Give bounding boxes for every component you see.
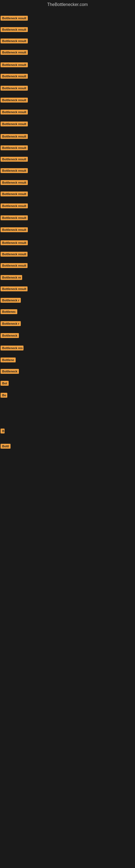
bottleneck-badge: Bottleneck result [1, 110, 28, 115]
bottleneck-item: B [1, 429, 5, 433]
bottleneck-item: Bottleneck result [1, 204, 28, 208]
bottleneck-item: Bottleneck result [1, 157, 28, 162]
bottleneck-item: Bottl [1, 444, 10, 448]
bottleneck-badge: Bottleneck result [1, 122, 28, 126]
bottleneck-badge: Bottleneck result [1, 27, 28, 32]
bottleneck-item: Bottleneck [1, 369, 19, 374]
bottleneck-badge: Bottleneck [1, 333, 19, 338]
bottleneck-badge: Bottlene [1, 358, 16, 362]
bottleneck-badge: Bo [1, 393, 7, 398]
bottleneck-badge: Bottleneck result [1, 74, 28, 79]
bottleneck-item: Bottleneck result [1, 134, 28, 139]
bottleneck-item: Bottleneck r [1, 321, 21, 326]
bottleneck-item: Bottleneck result [1, 98, 28, 102]
bottleneck-badge: Bottleneck result [1, 145, 28, 150]
bottleneck-item: Bottleneck result [1, 16, 28, 21]
bottleneck-badge: Bottleneck r [1, 298, 21, 303]
bottleneck-badge: Bot [1, 381, 9, 386]
bottleneck-badge: Bottleneck result [1, 157, 28, 162]
bottleneck-badge: Bottleneck result [1, 240, 28, 245]
bottleneck-item: Bottleneck result [1, 168, 28, 173]
bottleneck-item: Bottlene [1, 358, 16, 362]
bottleneck-badge: Bottl [1, 444, 10, 448]
bottleneck-item: Bottleneck result [1, 252, 28, 257]
bottleneck-item: Bottleneck result [1, 180, 28, 185]
bottleneck-item: Bo [1, 393, 7, 398]
bottleneck-badge: Bottleneck result [1, 252, 28, 257]
bottleneck-badge: Bottleneck res [1, 346, 24, 350]
bottleneck-badge: Bottleneck result [1, 204, 28, 208]
bottleneck-badge: Bottleneck result [1, 227, 28, 232]
bottleneck-item: Bottleneck r [1, 298, 21, 303]
bottleneck-badge: Bottleneck result [1, 98, 28, 102]
bottleneck-badge: B [1, 429, 5, 433]
bottleneck-badge: Bottleneck result [1, 16, 28, 21]
bottleneck-item: Bot [1, 381, 9, 386]
bottleneck-item: Bottleneck result [1, 145, 28, 150]
bottleneck-badge: Bottleneck result [1, 168, 28, 173]
bottleneck-item: Bottleneck result [1, 86, 28, 91]
bottleneck-badge: Bottleneck result [1, 38, 28, 43]
bottleneck-badge: Bottleneck result [1, 134, 28, 139]
bottleneck-badge: Bottleneck r [1, 321, 21, 326]
bottleneck-item: Bottleneck result [1, 27, 28, 32]
bottleneck-item: Bottleneck re [1, 275, 22, 280]
bottleneck-badge: Bottlenec [1, 309, 17, 314]
bottleneck-badge: Bottleneck result [1, 191, 28, 196]
bottleneck-item: Bottleneck res [1, 346, 24, 350]
bottleneck-item: Bottleneck result [1, 38, 28, 43]
bottleneck-item: Bottleneck result [1, 215, 28, 220]
bottleneck-badge: Bottleneck result [1, 263, 28, 268]
bottleneck-item: Bottleneck result [1, 240, 28, 245]
bottleneck-item: Bottleneck [1, 333, 19, 338]
bottleneck-badge: Bottleneck result [1, 86, 28, 91]
bottleneck-item: Bottleneck result [1, 286, 28, 291]
bottleneck-badge: Bottleneck result [1, 50, 28, 55]
bottleneck-item: Bottleneck result [1, 110, 28, 115]
bottleneck-item: Bottleneck result [1, 263, 28, 268]
bottleneck-item: Bottleneck result [1, 50, 28, 55]
site-title: TheBottlenecker.com [0, 0, 135, 8]
bottleneck-badge: Bottleneck [1, 369, 19, 374]
bottleneck-item: Bottleneck result [1, 74, 28, 79]
bottleneck-badge: Bottleneck result [1, 286, 28, 291]
bottleneck-badge: Bottleneck result [1, 62, 28, 67]
bottleneck-badge: Bottleneck result [1, 180, 28, 185]
bottleneck-item: Bottleneck result [1, 227, 28, 232]
bottleneck-badge: Bottleneck result [1, 215, 28, 220]
bottleneck-item: Bottleneck result [1, 122, 28, 126]
bottleneck-item: Bottleneck result [1, 62, 28, 67]
bottleneck-badge: Bottleneck re [1, 275, 22, 280]
bottleneck-item: Bottleneck result [1, 191, 28, 196]
bottleneck-item: Bottlenec [1, 309, 17, 314]
